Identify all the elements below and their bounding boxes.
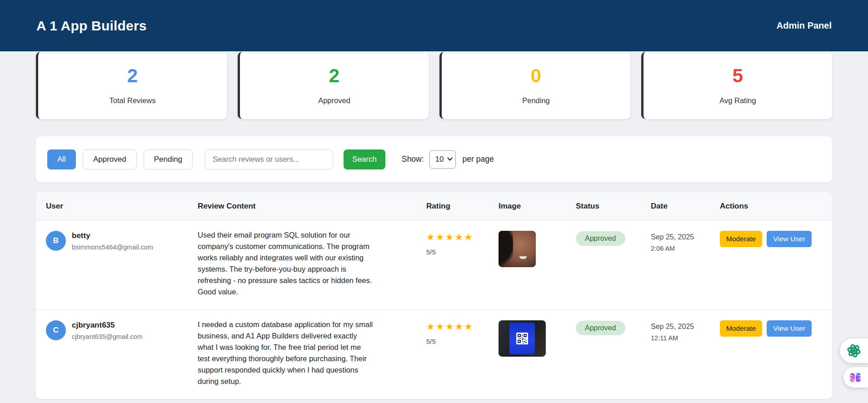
star-rating: ★★★★★ <box>426 322 499 331</box>
stat-value: 0 <box>531 66 541 85</box>
per-page-suffix-label: per page <box>463 154 494 164</box>
review-date: Sep 25, 2025 <box>651 323 720 331</box>
table-header-row: User Review Content Rating Image Status … <box>36 192 832 220</box>
stat-card-avg-rating: 5 Avg Rating <box>641 52 832 119</box>
col-header-image: Image <box>499 202 576 211</box>
username: betty <box>72 231 153 240</box>
table-row: B betty bsimmons5464@gmail.com Used thei… <box>36 220 832 310</box>
user-email: bsimmons5464@gmail.com <box>72 244 153 251</box>
show-label: Show: <box>402 154 424 164</box>
review-text: Used their email program SQL solution fo… <box>198 229 374 298</box>
review-image-thumbnail[interactable] <box>499 320 546 357</box>
col-header-date: Date <box>651 202 720 211</box>
avatar: C <box>46 320 66 340</box>
per-page-select[interactable]: 10 <box>429 150 456 169</box>
review-image-thumbnail[interactable] <box>499 231 536 267</box>
user-cell: C cjbryant635 cjbryant635@gmail.com <box>46 319 198 340</box>
photo-detail <box>519 256 527 259</box>
stat-value: 2 <box>329 66 339 85</box>
stat-label: Avg Rating <box>719 96 756 105</box>
stat-card-total-reviews: 2 Total Reviews <box>36 52 227 119</box>
stat-value: 2 <box>127 66 138 85</box>
rating-score: 5/5 <box>426 248 499 256</box>
username: cjbryant635 <box>72 321 143 330</box>
filter-bar: All Approved Pending Search Show: 10 per… <box>36 136 832 182</box>
search-button[interactable]: Search <box>344 149 385 169</box>
stat-label: Approved <box>318 96 350 105</box>
star-rating: ★★★★★ <box>426 232 499 242</box>
filter-pending-button[interactable]: Pending <box>144 149 193 169</box>
rating-score: 5/5 <box>426 338 499 345</box>
per-page-select-wrap: 10 <box>429 150 456 169</box>
filter-approved-button[interactable]: Approved <box>83 149 137 169</box>
stat-label: Total Reviews <box>110 96 156 105</box>
ai-extension-icon <box>845 342 863 359</box>
phone-screen <box>509 323 535 354</box>
table-row: C cjbryant635 cjbryant635@gmail.com I ne… <box>36 310 832 399</box>
actions-cell: Moderate View User <box>720 320 832 337</box>
app-title: A 1 App Builders <box>36 18 147 34</box>
brain-extension-icon <box>849 371 862 384</box>
col-header-actions: Actions <box>720 202 832 211</box>
search-input[interactable] <box>205 149 333 169</box>
stat-value: 5 <box>733 66 743 85</box>
stat-card-approved: 2 Approved <box>238 52 429 119</box>
stat-label: Pending <box>522 96 550 105</box>
reviews-table: User Review Content Rating Image Status … <box>36 192 832 399</box>
actions-cell: Moderate View User <box>720 231 832 247</box>
col-header-user: User <box>46 202 198 211</box>
user-email: cjbryant635@gmail.com <box>72 333 143 340</box>
review-date: Sep 25, 2025 <box>651 233 720 241</box>
status-badge: Approved <box>576 321 625 335</box>
review-time: 2:06 AM <box>651 245 720 252</box>
app-header: A 1 App Builders Admin Panel <box>0 0 868 51</box>
review-text: I needed a custom database application f… <box>198 319 374 387</box>
stats-row: 2 Total Reviews 2 Approved 0 Pending 5 A… <box>36 52 832 119</box>
col-header-status: Status <box>576 202 651 211</box>
col-header-review-content: Review Content <box>198 202 426 211</box>
qr-code-graphic <box>516 333 528 344</box>
moderate-button[interactable]: Moderate <box>720 231 762 247</box>
view-user-button[interactable]: View User <box>767 320 811 337</box>
photo-detail <box>499 231 513 267</box>
col-header-rating: Rating <box>426 202 499 211</box>
status-badge: Approved <box>576 231 625 246</box>
filter-all-button[interactable]: All <box>47 149 76 169</box>
view-user-button[interactable]: View User <box>767 231 811 247</box>
stat-card-pending: 0 Pending <box>439 52 630 119</box>
avatar: B <box>46 231 66 251</box>
ai-extension-button[interactable] <box>840 338 868 363</box>
brain-extension-button[interactable] <box>843 367 868 388</box>
review-time: 12:11 AM <box>651 334 720 342</box>
moderate-button[interactable]: Moderate <box>720 320 762 337</box>
user-cell: B betty bsimmons5464@gmail.com <box>46 229 198 251</box>
admin-panel-label: Admin Panel <box>777 20 832 31</box>
